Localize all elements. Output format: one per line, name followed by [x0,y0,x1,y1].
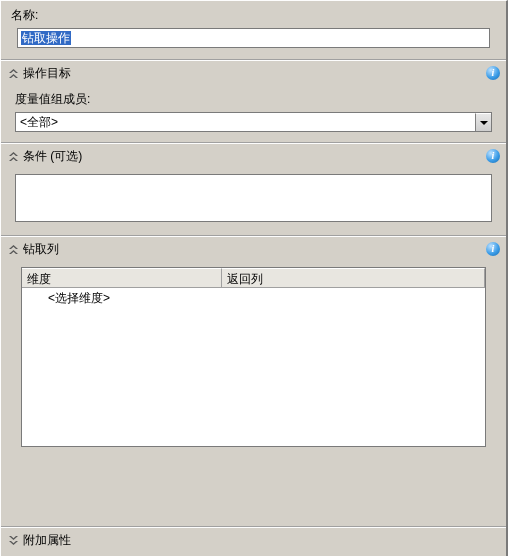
grid-header-return[interactable]: 返回列 [222,268,485,288]
drill-header[interactable]: 钻取列 i [1,237,506,261]
name-label: 名称: [11,7,496,24]
return-cell[interactable] [222,288,485,308]
target-body: 度量值组成员: <全部> [1,85,506,142]
table-row[interactable]: <选择维度> [22,288,485,308]
collapse-icon [7,150,19,162]
condition-textarea[interactable] [15,174,492,222]
grid-header-dimension[interactable]: 维度 [22,268,222,288]
chevron-down-icon [480,121,488,125]
member-combo-value: <全部> [16,113,475,131]
dropdown-button[interactable] [475,113,491,131]
name-input-wrap: 钻取操作 [17,28,490,51]
condition-body [1,168,506,235]
target-title: 操作目标 [23,65,486,82]
collapse-icon [7,243,19,255]
spacer [1,457,506,526]
condition-header[interactable]: 条件 (可选) i [1,144,506,168]
drill-body: 维度 返回列 <选择维度> [1,261,506,457]
collapse-icon [7,67,19,79]
condition-title: 条件 (可选) [23,148,486,165]
properties-panel: 名称: 钻取操作 操作目标 i 度量值组成员: <全部> 条件 (可选) [0,0,508,556]
info-icon[interactable]: i [486,242,500,256]
info-icon[interactable]: i [486,66,500,80]
grid-body: <选择维度> [22,288,485,446]
dimension-placeholder-cell[interactable]: <选择维度> [22,288,222,308]
drill-grid[interactable]: 维度 返回列 <选择维度> [21,267,486,447]
info-icon[interactable]: i [486,149,500,163]
expand-icon [7,534,19,546]
member-label: 度量值组成员: [15,91,492,108]
grid-header-row: 维度 返回列 [22,268,485,288]
name-input[interactable]: 钻取操作 [17,28,490,48]
extra-title: 附加属性 [23,532,500,549]
member-combo[interactable]: <全部> [15,112,492,132]
name-section: 名称: 钻取操作 [1,1,506,59]
drill-title: 钻取列 [23,241,486,258]
extra-header[interactable]: 附加属性 [1,528,506,556]
name-input-value: 钻取操作 [21,31,71,45]
target-header[interactable]: 操作目标 i [1,61,506,85]
